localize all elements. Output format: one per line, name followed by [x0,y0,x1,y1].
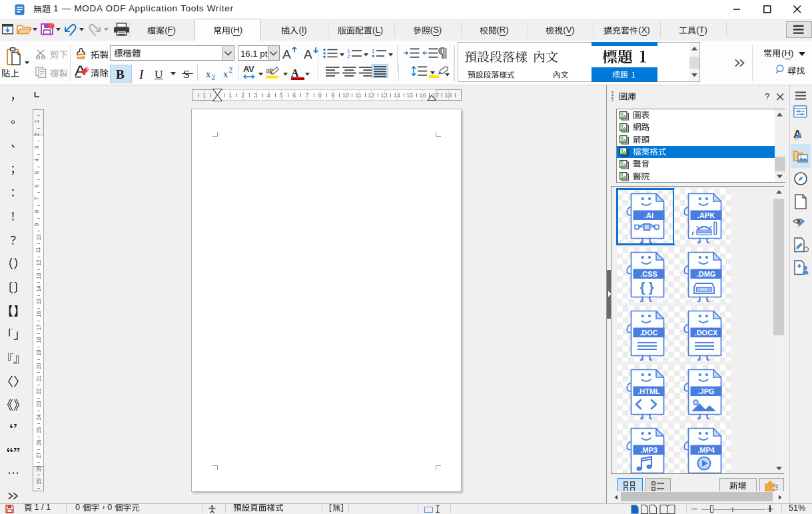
svg-text:A: A [304,47,312,61]
svg-text:.APK: .APK [697,211,715,219]
svg-text:2: 2 [347,53,350,58]
svg-text:.MP3: .MP3 [640,446,657,454]
svg-text:.JPG: .JPG [697,387,714,395]
svg-text:.DMG: .DMG [697,270,716,278]
svg-text:.HTML: .HTML [637,387,660,395]
svg-text:.CSS: .CSS [640,270,657,278]
svg-text:A: A [282,47,291,61]
svg-text:1: 1 [372,49,375,54]
svg-text:.DOCX: .DOCX [695,329,719,337]
svg-text:{ }: { } [639,280,653,295]
svg-text:.MP4: .MP4 [697,446,715,454]
svg-text:.DOC: .DOC [639,329,658,337]
